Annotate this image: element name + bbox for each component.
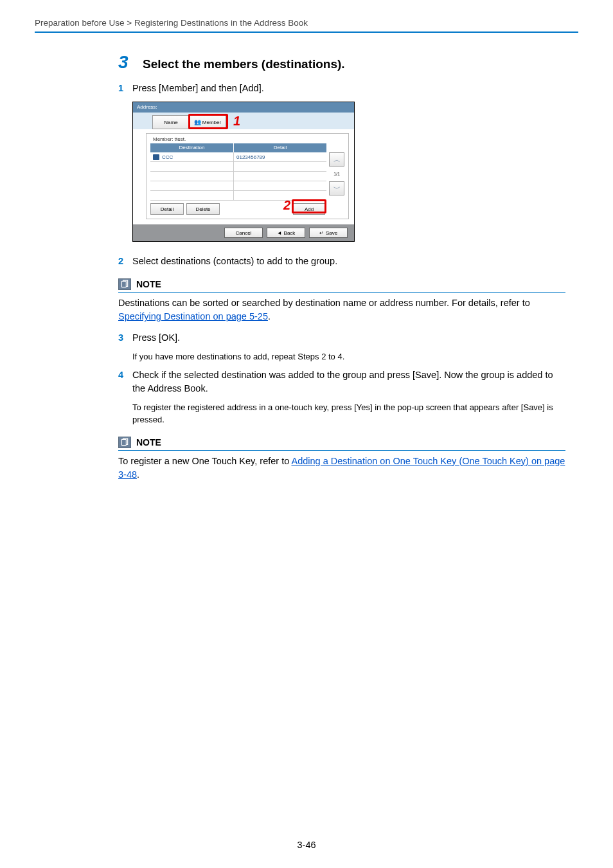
substep-num: 1 <box>118 82 132 95</box>
callout-1: 1 <box>233 114 240 129</box>
callout-2: 2 <box>283 198 290 213</box>
header-rule <box>35 32 578 33</box>
note-1: NOTE Destinations can be sorted or searc… <box>118 278 565 323</box>
substep-text: Check if the selected destination was ad… <box>132 368 565 395</box>
step-title: Select the members (destinations). <box>143 57 345 71</box>
substep-text: Press [Member] and then [Add]. <box>132 82 565 95</box>
svg-rect-0 <box>121 281 126 287</box>
save-button[interactable]: ↵Save <box>309 228 348 238</box>
note-label: NOTE <box>136 279 161 289</box>
step-number: 3 <box>118 52 143 73</box>
note-label: NOTE <box>136 437 161 448</box>
substep-text: Select destinations (contacts) to add to… <box>132 255 565 268</box>
tab-name[interactable]: Name <box>152 115 190 129</box>
note-body: To register a new One Touch Key, refer t… <box>118 455 565 482</box>
col-detail: Detail <box>234 143 326 152</box>
substep-1: 1 Press [Member] and then [Add]. <box>118 82 565 95</box>
substep-num: 3 <box>118 331 132 345</box>
note-icon <box>118 278 131 290</box>
window-title: Address: <box>133 102 354 113</box>
scroll-up-button[interactable]: ︿ <box>329 152 344 167</box>
detail-button[interactable]: Detail <box>150 203 184 215</box>
note-body: Destinations can be sorted or searched b… <box>118 296 565 323</box>
col-destination: Destination <box>150 143 234 152</box>
substep-num: 2 <box>118 255 132 268</box>
breadcrumb: Preparation before Use > Registering Des… <box>35 18 578 32</box>
highlight-1 <box>188 114 228 129</box>
cell-destination: CCC <box>162 154 173 160</box>
substep-3: 3 Press [OK]. <box>118 331 565 345</box>
table-row[interactable]: CCC 0123456789 <box>150 152 326 162</box>
fax-icon <box>153 154 159 160</box>
member-subheader: Member: ttest. <box>150 135 344 143</box>
substep-text: Press [OK]. <box>132 331 565 345</box>
cancel-button[interactable]: Cancel <box>224 228 263 238</box>
delete-button[interactable]: Delete <box>186 203 220 215</box>
substep-4: 4 Check if the selected destination was … <box>118 368 565 395</box>
substep-2: 2 Select destinations (contacts) to add … <box>118 255 565 268</box>
enter-icon: ↵ <box>319 230 324 236</box>
svg-rect-1 <box>121 439 126 445</box>
substep-4-extra: To register the registered address in a … <box>132 402 565 426</box>
cell-detail: 0123456789 <box>234 152 326 161</box>
page-number: 3-46 <box>0 840 613 850</box>
link-specifying-destination[interactable]: Specifying Destination on page 5-25 <box>118 311 268 321</box>
page-indicator: 1/1 <box>329 169 344 179</box>
note-2: NOTE To register a new One Touch Key, re… <box>118 437 565 482</box>
highlight-2 <box>292 199 326 213</box>
screenshot: Address: Name 👥Member 1 Member: ttest. <box>132 102 565 242</box>
substep-3-extra: If you have more destinations to add, re… <box>132 351 565 363</box>
substep-num: 4 <box>118 368 132 395</box>
back-button[interactable]: ◄Back <box>267 228 305 238</box>
members-table: CCC 0123456789 <box>150 152 326 201</box>
scroll-down-button[interactable]: ﹀ <box>329 181 344 195</box>
note-icon <box>118 437 131 448</box>
